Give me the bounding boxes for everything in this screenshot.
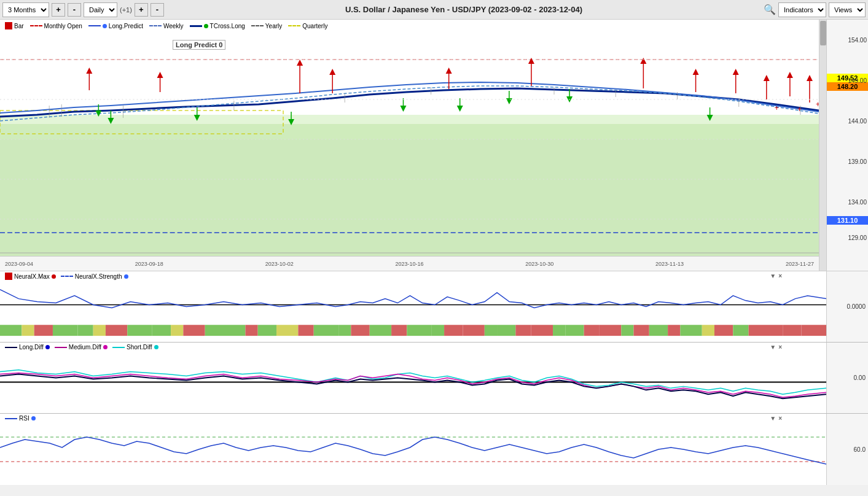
rsi-close-btn[interactable]: × (778, 415, 782, 422)
date-label-7: 2023-11-27 (786, 261, 814, 267)
svg-rect-100 (584, 325, 600, 336)
svg-rect-112 (783, 325, 801, 336)
svg-rect-78 (183, 325, 205, 336)
price-axis-container: 149.52 148.20 131.10 154.00 149.00 144.0… (819, 20, 868, 271)
long-diff-dot (45, 345, 50, 349)
zoom-out-button[interactable]: - (68, 3, 81, 17)
svg-rect-98 (553, 325, 565, 336)
tcross-long-dot (204, 24, 208, 28)
svg-rect-96 (515, 325, 531, 336)
price-chart-area[interactable]: Bar Monthly Open Long.Predict Weekly (0, 20, 819, 271)
price-chart: Bar Monthly Open Long.Predict Weekly (0, 20, 868, 271)
legend-bar-label: Bar (14, 23, 24, 29)
svg-rect-70 (34, 325, 53, 336)
views-select[interactable]: Views (829, 2, 866, 17)
neuralx-collapse-btn[interactable]: ▼ (770, 273, 776, 279)
svg-rect-72 (77, 325, 93, 336)
svg-rect-91 (432, 325, 444, 336)
svg-rect-89 (391, 325, 407, 336)
period-adj-minus-button[interactable]: - (151, 3, 164, 17)
period-adj-plus-button[interactable]: + (135, 3, 148, 17)
legend-long-predict-label: Long.Predict (109, 23, 143, 29)
date-label-6: 2023-11-13 (655, 261, 684, 267)
period-adj-label: (+1) (120, 6, 132, 14)
neuralx-svg (0, 271, 826, 342)
medium-diff-label: Medium.Diff (69, 344, 101, 351)
svg-marker-7 (157, 72, 163, 78)
rsi-header: RSI (5, 415, 36, 422)
price-level-129: 129.00 (848, 234, 867, 241)
neuralx-strength-icon (61, 276, 73, 277)
svg-marker-17 (640, 58, 646, 64)
neuralx-max-label: NeuralX.Max (14, 273, 50, 280)
search-button[interactable]: 🔍 (764, 4, 776, 15)
neuralx-controls: ▼ × (770, 273, 782, 279)
diff-svg (0, 343, 826, 413)
legend-tcross-long: TCross.Long (190, 23, 245, 29)
neuralx-strength-dot (124, 274, 128, 279)
svg-rect-95 (497, 325, 515, 336)
svg-marker-25 (787, 72, 793, 78)
rsi-svg (0, 414, 826, 485)
svg-rect-85 (314, 325, 338, 336)
svg-marker-40 (400, 106, 406, 112)
neuralx-close-btn[interactable]: × (778, 273, 782, 279)
price-chart-svg: + + + (0, 20, 819, 256)
svg-rect-79 (205, 325, 221, 336)
svg-marker-27 (807, 75, 813, 81)
neuralx-chart: NeuralX.Max NeuralX.Strength ▼ × (0, 271, 826, 342)
short-diff-label: Short.Diff (127, 344, 152, 351)
scrollbar-thumb[interactable] (820, 21, 826, 45)
short-diff-legend: Short.Diff (112, 344, 158, 351)
neuralx-axis: 0.0000 (826, 271, 868, 342)
date-labels: 2023-09-04 2023-09-18 2023-10-02 2023-10… (0, 261, 819, 267)
indicators-select[interactable]: Indicators (778, 2, 826, 17)
rsi-controls: ▼ × (770, 415, 782, 422)
svg-rect-0 (0, 124, 819, 256)
svg-rect-99 (565, 325, 584, 336)
svg-rect-88 (370, 325, 391, 336)
svg-rect-97 (531, 325, 553, 336)
legend-monthly-open: Monthly Open (30, 23, 82, 29)
long-predict-dot (103, 24, 107, 28)
svg-rect-68 (0, 325, 22, 336)
diff-collapse-btn[interactable]: ▼ (770, 344, 776, 351)
svg-rect-73 (93, 325, 106, 336)
legend-bar: Bar (5, 22, 24, 29)
short-diff-dot (154, 345, 158, 349)
date-label-4: 2023-10-16 (395, 261, 423, 267)
rsi-chart: RSI ▼ × (0, 414, 826, 485)
price-axis: 149.52 148.20 131.10 154.00 149.00 144.0… (826, 20, 868, 271)
svg-rect-93 (463, 325, 484, 336)
neuralx-header: NeuralX.Max NeuralX.Strength (5, 273, 128, 280)
long-predict-legend-icon (88, 25, 101, 26)
svg-marker-9 (297, 60, 303, 66)
long-diff-icon (5, 347, 17, 348)
svg-rect-106 (680, 325, 702, 336)
svg-rect-69 (22, 325, 34, 336)
neuralx-panel: NeuralX.Max NeuralX.Strength ▼ × (0, 271, 868, 343)
medium-diff-dot (103, 345, 108, 349)
svg-marker-5 (86, 68, 92, 74)
interval-select[interactable]: Daily (84, 2, 117, 17)
diff-panel: Long.Diff Medium.Diff Short.Diff ▼ × (0, 343, 868, 414)
long-diff-label: Long.Diff (19, 344, 44, 351)
rsi-collapse-btn[interactable]: ▼ (770, 415, 776, 422)
svg-rect-113 (802, 325, 826, 336)
rsi-dot (31, 416, 36, 420)
price-level-149: 149.00 (848, 77, 867, 84)
svg-rect-1 (0, 115, 819, 139)
legend-long-predict: Long.Predict (88, 23, 143, 29)
neuralx-max-dot (52, 274, 56, 279)
svg-rect-92 (444, 325, 463, 336)
diff-close-btn[interactable]: × (778, 344, 782, 351)
price-badge-yearly: 131.10 (827, 216, 868, 225)
period-select[interactable]: 3 Months (2, 2, 49, 17)
zoom-in-button[interactable]: + (52, 3, 65, 17)
neuralx-strength-label: NeuralX.Strength (75, 273, 122, 280)
svg-rect-86 (338, 325, 351, 336)
svg-marker-23 (764, 75, 770, 81)
price-scrollbar[interactable] (819, 20, 826, 271)
svg-marker-21 (733, 69, 739, 75)
diff-header: Long.Diff Medium.Diff Short.Diff (5, 344, 158, 351)
